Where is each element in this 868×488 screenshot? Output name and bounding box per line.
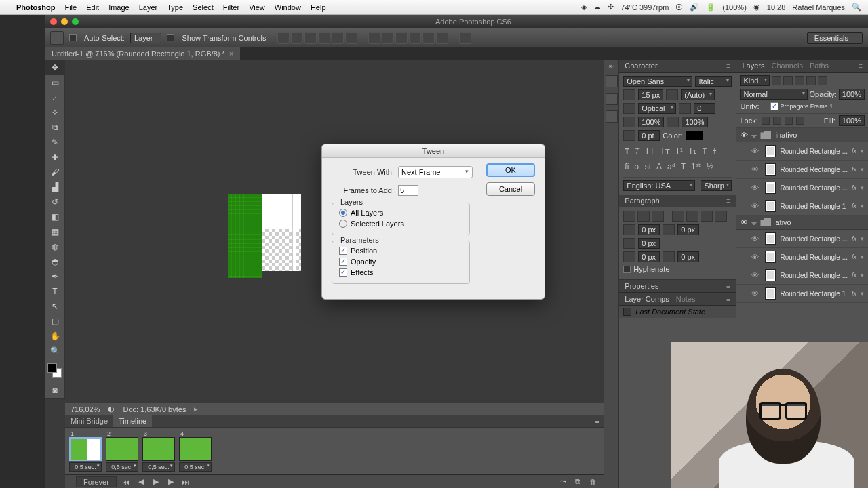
frame-duration[interactable]: 0,5 sec.: [142, 462, 175, 472]
volume-icon[interactable]: 🔊: [690, 3, 699, 12]
pen-tool[interactable]: ✒: [45, 269, 64, 284]
loop-dropdown[interactable]: Forever: [76, 476, 117, 487]
ot-st[interactable]: st: [645, 162, 651, 171]
move-tool[interactable]: ✥: [45, 60, 64, 75]
status-menu-icon[interactable]: ▸: [194, 405, 198, 413]
hand-tool[interactable]: ✋: [45, 329, 64, 344]
workspace-switcher[interactable]: Essentials: [807, 32, 863, 44]
sync-icon[interactable]: ◉: [753, 3, 760, 12]
app-name[interactable]: Photoshop: [16, 3, 55, 12]
close-icon[interactable]: [50, 18, 57, 25]
play-button[interactable]: ▶: [151, 477, 161, 487]
zoom-readout[interactable]: 716,02%: [71, 405, 100, 413]
strike-button[interactable]: Ŧ: [712, 146, 717, 156]
fill-field[interactable]: 100%: [839, 115, 865, 126]
chevron-icon[interactable]: ▾: [861, 290, 864, 297]
move-tool-icon[interactable]: [50, 31, 64, 45]
layer-row[interactable]: 👁Rounded Rectangle ...fx▾: [736, 248, 868, 266]
dist-6-icon[interactable]: [436, 32, 448, 44]
dist-2-icon[interactable]: [382, 32, 394, 44]
indent-left-field[interactable]: 0 px: [638, 224, 660, 235]
frame-thumb[interactable]: 4 0,5 sec.: [179, 430, 212, 472]
visibility-icon[interactable]: 👁: [751, 289, 761, 298]
minibridge-tab[interactable]: Mini Bridge: [65, 415, 113, 427]
layer-name[interactable]: Rounded Rectangle ...: [780, 184, 848, 192]
tween-button[interactable]: ⤳: [557, 477, 568, 487]
marquee-tool[interactable]: ▭: [45, 75, 64, 90]
font-family-dropdown[interactable]: Open Sans: [623, 76, 692, 87]
frame-duration[interactable]: 0,5 sec.: [179, 462, 212, 472]
notes-tab[interactable]: Notes: [676, 295, 696, 303]
ot-sigma[interactable]: σ: [634, 162, 639, 171]
lock-pixels-icon[interactable]: [773, 117, 781, 125]
layer-thumb[interactable]: [765, 163, 776, 176]
menu-type[interactable]: Type: [167, 3, 183, 12]
layer-name[interactable]: Rounded Rectangle ...: [780, 272, 848, 279]
actions-icon[interactable]: [606, 93, 618, 105]
fx-badge[interactable]: fx: [852, 184, 856, 191]
tool-presets-icon[interactable]: [606, 110, 618, 123]
layercomps-row[interactable]: Last Document State: [619, 306, 736, 318]
close-tab-icon[interactable]: ×: [229, 49, 233, 58]
show-transform-checkbox[interactable]: [167, 34, 174, 41]
group-name[interactable]: ativo: [775, 218, 791, 226]
chevron-icon[interactable]: ▾: [861, 272, 864, 279]
layer-name[interactable]: Rounded Rectangle 1: [780, 203, 848, 210]
path-tool[interactable]: ↖: [45, 299, 64, 314]
chevron-icon[interactable]: ▾: [861, 148, 864, 155]
dropbox-icon[interactable]: ◈: [581, 3, 587, 12]
timeline-menu-icon[interactable]: ≡: [591, 415, 604, 427]
layers-panel-header[interactable]: Layers Channels Paths ≡: [736, 60, 868, 73]
kerning-field[interactable]: Optical: [638, 103, 676, 114]
dodge-tool[interactable]: ◓: [45, 254, 64, 269]
space-before-field[interactable]: 0 px: [638, 251, 660, 262]
eyedropper-tool[interactable]: ✎: [45, 135, 64, 150]
all-layers-radio[interactable]: [339, 209, 347, 217]
lock-all-icon[interactable]: [796, 117, 804, 125]
minimize-icon[interactable]: [61, 18, 68, 25]
clock[interactable]: 10:28: [767, 3, 786, 12]
3d-mode-icon[interactable]: [459, 32, 471, 44]
frame-duration[interactable]: 0,5 sec.: [69, 462, 102, 472]
ot-1st[interactable]: 1ˢᵗ: [691, 162, 701, 171]
visibility-icon[interactable]: 👁: [751, 202, 761, 210]
indent-right-field[interactable]: 0 px: [677, 224, 699, 235]
smallcaps-button[interactable]: Tᴛ: [660, 146, 669, 156]
visibility-icon[interactable]: 👁: [751, 165, 761, 174]
language-dropdown[interactable]: English: USA: [623, 180, 695, 191]
layer-thumb[interactable]: [765, 269, 776, 281]
panel-menu-icon[interactable]: ≡: [726, 282, 730, 290]
shape-tool[interactable]: ▢: [45, 314, 64, 329]
fx-badge[interactable]: fx: [852, 235, 856, 242]
cloud-icon[interactable]: ☁: [593, 3, 601, 12]
visibility-icon[interactable]: 👁: [751, 271, 761, 279]
fx-badge[interactable]: fx: [852, 290, 856, 297]
exposure-icon[interactable]: ◐: [108, 405, 115, 413]
ot-A[interactable]: A: [656, 162, 662, 171]
panel-menu-icon[interactable]: ≡: [859, 62, 863, 70]
layer-row[interactable]: 👁Rounded Rectangle ...fx▾: [736, 161, 868, 179]
menu-help[interactable]: Help: [311, 3, 326, 12]
dist-3-icon[interactable]: [395, 32, 408, 44]
filter-pixel-icon[interactable]: [772, 76, 781, 85]
hscale-field[interactable]: 100%: [682, 117, 707, 127]
effects-checkbox[interactable]: [339, 268, 347, 277]
layer-list[interactable]: 👁 inativo 👁Rounded Rectangle ...fx▾ 👁Rou…: [736, 128, 868, 303]
fx-badge[interactable]: fx: [852, 253, 856, 260]
lock-pos-icon[interactable]: [785, 117, 793, 125]
filter-adjust-icon[interactable]: [783, 76, 793, 85]
chevron-icon[interactable]: ▾: [861, 235, 864, 242]
frame-thumb[interactable]: 2 0,5 sec.: [106, 430, 138, 472]
prev-frame-button[interactable]: ◀: [136, 477, 146, 487]
layer-group[interactable]: 👁 ativo: [736, 216, 868, 230]
align-vcenter-icon[interactable]: [291, 32, 303, 44]
autoselect-checkbox[interactable]: [69, 34, 77, 41]
layer-row[interactable]: 👁Rounded Rectangle ...fx▾: [736, 230, 868, 248]
tween-with-select[interactable]: Next Frame: [398, 166, 473, 178]
ot-half[interactable]: ½: [707, 162, 713, 171]
fx-badge[interactable]: fx: [852, 148, 856, 155]
battery-icon[interactable]: 🔋: [706, 3, 715, 12]
tracking-field[interactable]: 0: [694, 103, 715, 114]
brush-tool[interactable]: 🖌: [45, 165, 64, 180]
visibility-icon[interactable]: 👁: [751, 253, 761, 261]
